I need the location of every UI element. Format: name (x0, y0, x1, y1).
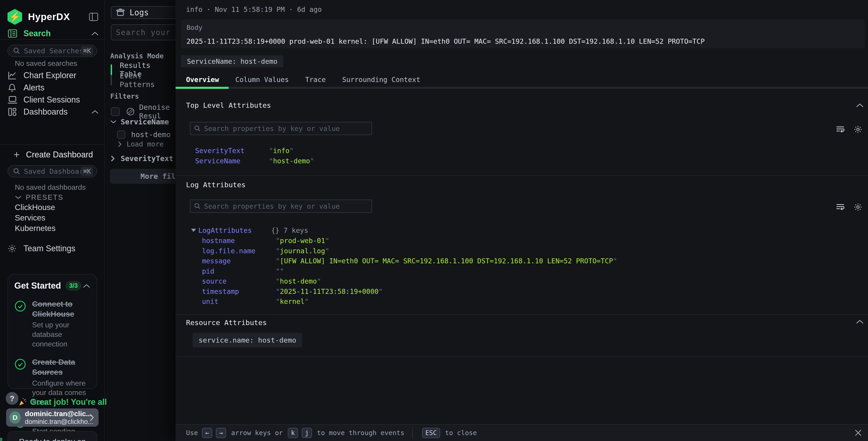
event-search-input[interactable] (116, 28, 176, 37)
footer-arrows-text: arrow keys or (231, 429, 283, 437)
no-saved-dashboards-text: No saved dashboards (15, 183, 86, 192)
gear-icon[interactable] (854, 125, 863, 134)
log-attributes-search-input[interactable] (204, 202, 368, 210)
more-filters-button[interactable]: More filte (110, 169, 176, 184)
attribute-row[interactable]: ServiceName "host-demo" (195, 157, 314, 165)
attribute-row[interactable]: hostname "prod-web-01" (202, 237, 329, 245)
panel-toggle-icon[interactable] (88, 12, 99, 22)
footer-use-text: Use (186, 429, 198, 437)
presets-header[interactable]: PRESETS (15, 194, 64, 202)
top-level-attributes-title: Top Level Attributes (186, 101, 271, 109)
log-attributes-search-box[interactable] (190, 200, 372, 213)
preset-kubernetes[interactable]: Kubernetes (15, 224, 56, 233)
search-icon (194, 203, 201, 210)
load-more-button[interactable]: Load more (118, 140, 164, 148)
footer-move-text: to move through events (317, 429, 404, 437)
user-name: dominic.tran@clic... (25, 410, 89, 418)
resource-service-tag[interactable]: service.name: host-demo (193, 333, 302, 347)
load-more-label: Load more (127, 140, 164, 148)
filter-option-host-demo[interactable]: host-demo (117, 130, 170, 139)
overlay-footer: Use ← → arrow keys or k j to move throug… (176, 424, 868, 441)
chevron-up-icon[interactable] (83, 283, 90, 288)
close-icon[interactable] (854, 428, 863, 438)
brand-name: HyperDX (28, 11, 70, 22)
host-demo-checkbox[interactable] (117, 130, 125, 139)
denoise-checkbox[interactable] (111, 107, 120, 116)
key-arrow-right: → (216, 428, 226, 438)
source-selector-label: Logs (130, 8, 149, 17)
top-level-search-box[interactable] (190, 122, 372, 135)
help-button[interactable]: ? (6, 392, 19, 405)
laptop-icon (7, 95, 18, 104)
attribute-row[interactable]: unit "kernel" (202, 297, 309, 305)
create-dashboard-button[interactable]: Create Dashboard (13, 150, 93, 159)
saved-searches-pill[interactable]: ⌘K (7, 45, 97, 57)
no-saved-searches-text: No saved searches (15, 59, 77, 68)
shortcut-badge: ⌘K (81, 167, 93, 176)
sidebar-item-chart-explorer[interactable]: Chart Explorer (7, 70, 99, 81)
decorative-corner (0, 438, 2, 441)
wrap-lines-icon[interactable] (835, 125, 845, 134)
saved-dashboards-pill[interactable]: ⌘K (7, 165, 97, 177)
sidebar-item-label: Search (24, 29, 51, 38)
attribute-row[interactable]: source "host-demo" (202, 277, 321, 285)
attribute-row[interactable]: timestamp "2025-11-11T23:58:19+0000" (202, 288, 383, 295)
search-icon (13, 47, 20, 54)
expand-triangle-icon (191, 229, 196, 232)
preset-services[interactable]: Services (15, 213, 45, 222)
get-started-title: Get Started (14, 281, 61, 291)
gear-icon (7, 244, 18, 253)
get-started-item-title: Connect to ClickHouse (32, 299, 90, 319)
more-filters-label: More filte (141, 172, 176, 181)
sidebar-item-alerts[interactable]: Alerts (7, 82, 99, 93)
collapse-section-icon[interactable] (856, 102, 864, 108)
sidebar-item-dashboards[interactable]: Dashboards (7, 106, 99, 118)
analysis-mode-label: Analysis Mode (110, 52, 164, 60)
section-actions (835, 125, 863, 134)
tab-column-values[interactable]: Column Values (236, 76, 289, 84)
denoise-icon (126, 107, 135, 116)
log-attributes-root-row[interactable]: LogAttributes {} 7 keys (191, 227, 308, 234)
get-started-item[interactable]: Connect to ClickHouse Set up your databa… (14, 299, 90, 349)
collapse-section-icon[interactable] (856, 319, 864, 324)
attribute-row[interactable]: pid "" (202, 267, 284, 275)
chevron-up-icon[interactable] (91, 31, 99, 36)
check-circle-icon (14, 299, 26, 349)
user-email: dominic.tran@clickho... (25, 418, 89, 425)
event-search-box[interactable] (111, 24, 176, 40)
chevron-down-icon (110, 120, 117, 124)
source-selector-button[interactable]: Logs (111, 6, 176, 19)
filter-group-severitytext[interactable]: SeverityText (110, 154, 173, 163)
resource-attributes-title: Resource Attributes (186, 319, 267, 327)
mode-event-patterns[interactable]: Event Patterns (111, 75, 176, 85)
sidebar-item-client-sessions[interactable]: Client Sessions (7, 94, 99, 106)
sidebar: ⚡ HyperDX Search ⌘K No saved searches Ch… (0, 0, 105, 441)
wrap-lines-icon[interactable] (835, 203, 845, 212)
user-menu[interactable]: D dominic.tran@clic... dominic.tran@clic… (6, 408, 99, 427)
log-attributes-title: Log Attributes (186, 181, 245, 189)
divider (0, 144, 104, 145)
service-name-tag[interactable]: ServiceName: host-demo (181, 55, 283, 67)
deploy-banner-text: Ready to deploy on (19, 437, 86, 441)
sidebar-item-team-settings[interactable]: Team Settings (7, 243, 99, 254)
chevron-up-icon[interactable] (91, 109, 99, 114)
sidebar-item-search[interactable]: Search (7, 28, 99, 39)
presets-label: PRESETS (26, 194, 64, 202)
saved-searches-input[interactable] (24, 47, 81, 55)
filter-group-servicename[interactable]: ServiceName (110, 118, 169, 126)
tab-surrounding-context[interactable]: Surrounding Context (342, 76, 420, 84)
sidebar-item-label: Chart Explorer (24, 70, 76, 80)
gear-icon[interactable] (854, 203, 863, 212)
saved-dashboards-input[interactable] (24, 167, 81, 175)
create-dashboard-label: Create Dashboard (26, 150, 93, 159)
attribute-row[interactable]: log.file.name "journal.log" (202, 247, 329, 255)
tab-overview[interactable]: Overview (186, 76, 219, 84)
section-divider (176, 175, 868, 176)
attribute-row[interactable]: message "[UFW ALLOW] IN=eth0 OUT= MAC= S… (202, 257, 617, 265)
get-started-badge: 3/3 (66, 281, 82, 291)
tab-trace[interactable]: Trace (305, 76, 326, 84)
attribute-row[interactable]: SeverityText "info" (195, 147, 293, 155)
deploy-banner[interactable]: Ready to deploy on (7, 431, 97, 441)
top-level-search-input[interactable] (204, 125, 368, 133)
preset-clickhouse[interactable]: ClickHouse (15, 203, 55, 212)
